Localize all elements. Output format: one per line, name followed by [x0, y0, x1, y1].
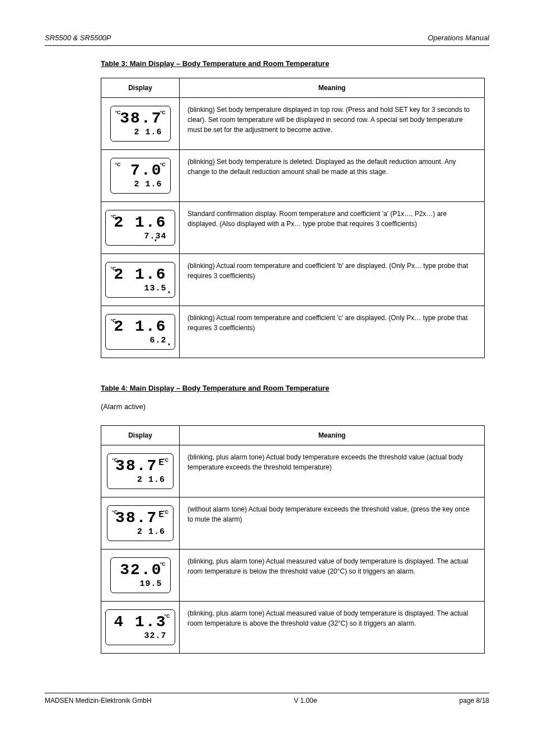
table-row: °C°C38.72 1.6(blinking) Set body tempera…: [101, 98, 485, 150]
table4-col-meaning: Meaning: [180, 426, 485, 445]
lcd-big: 7.0: [119, 163, 162, 179]
footer-version: V 1.00e: [294, 697, 317, 705]
unit-icon: °C: [112, 457, 118, 463]
lcd-big: 38.7: [119, 111, 162, 126]
display-cell: °C°C38.7E2 1.6: [101, 497, 180, 550]
meaning-cell: (blinking, plus alarm tone) Actual measu…: [180, 602, 485, 654]
table-row: °C°C38.7E2 1.6(blinking, plus alarm tone…: [101, 445, 485, 497]
lcd-big: 32.0: [119, 562, 162, 578]
lcd-display: °C2 1.613.5▾: [105, 262, 175, 298]
unit-icon: °C: [115, 110, 121, 115]
display-cell: °C°C38.72 1.6: [101, 98, 180, 150]
table3: Display Meaning °C°C38.72 1.6(blinking) …: [101, 78, 485, 358]
meaning-cell: Standard confirmation display. Room temp…: [180, 202, 485, 254]
lcd-display: °C°C38.7E2 1.6: [107, 453, 174, 489]
lcd-small: 2 1.6: [115, 527, 165, 537]
unit-icon: °C: [110, 318, 116, 323]
lcd-display: °C°C7.02 1.6: [110, 158, 171, 194]
display-cell: °C2 1.67.34▾: [101, 202, 180, 254]
lcd-big: 38.7E: [115, 458, 165, 474]
display-cell: °C32.019.5: [101, 550, 180, 602]
lcd-big: 4 1.3: [114, 614, 166, 630]
meaning-cell: (blinking) Set body temperature displaye…: [180, 98, 485, 150]
footer-page: page 8/18: [460, 697, 489, 705]
table3-col-display: Display: [101, 78, 180, 98]
unit-icon: °C: [163, 509, 168, 515]
header-bar: SR5500 & SR5500P Operations Manual: [45, 34, 489, 46]
lcd-small: 13.5: [114, 284, 166, 294]
lcd-display: °C4 1.332.7: [105, 609, 175, 645]
table4-col-display: Display: [101, 426, 180, 445]
meaning-cell: (without alarm tone) Actual body tempera…: [180, 497, 485, 550]
lcd-big: 2 1.6: [114, 215, 166, 231]
display-cell: °C4 1.332.7: [101, 602, 180, 654]
marker-icon: ▾: [168, 342, 170, 347]
lcd-small: 2 1.6: [119, 180, 162, 190]
unit-icon: °C: [110, 214, 116, 219]
lcd-display: °C32.019.5: [110, 557, 171, 593]
marker-icon: ▾: [154, 238, 157, 243]
table4: Display Meaning °C°C38.7E2 1.6(blinking,…: [101, 425, 485, 654]
unit-icon: °C: [112, 509, 118, 515]
meaning-cell: (blinking) Set body temperature is delet…: [180, 150, 485, 202]
table-row: °C32.019.5(blinking, plus alarm tone) Ac…: [101, 550, 485, 602]
lcd-small: 2 1.6: [119, 128, 162, 138]
lcd-small: 6.2: [114, 336, 166, 346]
lcd-display: °C2 1.66.2▾: [105, 314, 175, 350]
lcd-small: 2 1.6: [115, 475, 165, 485]
table-row: °C2 1.67.34▾Standard confirmation displa…: [101, 202, 485, 254]
table4-subheading: (Alarm active): [101, 402, 489, 411]
footer-company: MADSEN Medizin-Elektronik GmbH: [45, 697, 152, 705]
lcd-big: 2 1.6: [114, 267, 166, 283]
footer: MADSEN Medizin-Elektronik GmbH V 1.00e p…: [45, 693, 489, 705]
lcd-big: 2 1.6: [114, 319, 166, 335]
display-cell: °C°C38.7E2 1.6: [101, 445, 180, 497]
meaning-cell: (blinking, plus alarm tone) Actual measu…: [180, 550, 485, 602]
table-row: °C°C7.02 1.6(blinking) Set body temperat…: [101, 150, 485, 202]
table-row: °C°C38.7E2 1.6(without alarm tone) Actua…: [101, 497, 485, 550]
display-cell: °C2 1.613.5▾: [101, 254, 180, 306]
lcd-small: 32.7: [114, 631, 166, 641]
doc-id: SR5500 & SR5500P: [45, 34, 111, 42]
lcd-big: 38.7E: [115, 510, 165, 526]
table3-heading: Table 3: Main Display – Body Temperature…: [101, 59, 489, 68]
unit-icon: °C: [160, 561, 165, 567]
meaning-cell: (blinking, plus alarm tone) Actual body …: [180, 445, 485, 497]
lcd-small: 7.34: [114, 232, 166, 242]
unit-icon: °C: [160, 162, 165, 167]
unit-icon: °C: [163, 457, 168, 463]
display-cell: °C°C7.02 1.6: [101, 150, 180, 202]
lcd-small: 19.5: [119, 579, 162, 589]
table-row: °C2 1.66.2▾(blinking) Actual room temper…: [101, 306, 485, 358]
doc-title: Operations Manual: [428, 34, 489, 42]
unit-icon: °C: [110, 266, 116, 271]
table4-heading: Table 4: Main Display – Body Temperature…: [101, 384, 489, 392]
lcd-display: °C°C38.72 1.6: [110, 106, 171, 142]
unit-icon: °C: [160, 110, 165, 115]
display-cell: °C2 1.66.2▾: [101, 306, 180, 358]
table-row: °C2 1.613.5▾(blinking) Actual room tempe…: [101, 254, 485, 306]
marker-icon: ▾: [168, 290, 170, 295]
table3-col-meaning: Meaning: [180, 78, 485, 98]
meaning-cell: (blinking) Actual room temperature and c…: [180, 254, 485, 306]
unit-icon: °C: [115, 162, 121, 167]
lcd-display: °C°C38.7E2 1.6: [107, 505, 174, 541]
table-row: °C4 1.332.7(blinking, plus alarm tone) A…: [101, 602, 485, 654]
unit-icon: °C: [164, 613, 170, 619]
meaning-cell: (blinking) Actual room temperature and c…: [180, 306, 485, 358]
lcd-display: °C2 1.67.34▾: [105, 210, 175, 246]
